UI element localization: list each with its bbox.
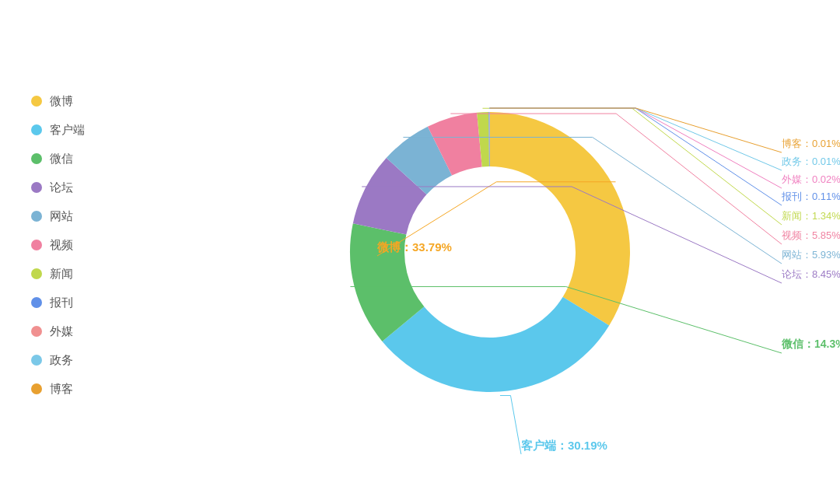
donut-svg [327, 89, 653, 415]
legend-label: 网站 [50, 209, 73, 224]
legend-label: 微博 [50, 94, 73, 109]
chart-label: 客户端：30.19% [521, 439, 607, 453]
chart-label: 博客：0.01% [782, 137, 840, 151]
chart-label: 论坛：8.45% [782, 268, 840, 282]
donut-chart: 微博：33.79%客户端：30.19%微信：14.3%论坛：8.45%网站：5.… [327, 89, 653, 415]
chart-label: 新闻：1.34% [782, 209, 840, 223]
legend-dot [31, 240, 42, 250]
legend-dot [31, 182, 42, 193]
legend-item: 客户端 [31, 123, 140, 138]
legend-label: 政务 [50, 353, 73, 368]
legend-label: 博客 [50, 382, 73, 397]
legend-dot [31, 326, 42, 337]
legend-item: 政务 [31, 353, 140, 368]
chart-label: 网站：5.93% [782, 248, 840, 262]
legend-label: 新闻 [50, 267, 73, 282]
chart-label: 视频：5.85% [782, 229, 840, 243]
legend-label: 微信 [50, 152, 73, 166]
legend-dot [31, 211, 42, 222]
chart-label: 微博：33.79% [377, 240, 452, 255]
legend: 微博 客户端 微信 论坛 网站 视频 新闻 报刊 外媒 政务 博客 [0, 94, 140, 411]
legend-label: 报刊 [50, 296, 73, 310]
legend-dot [31, 355, 42, 366]
chart-label: 报刊：0.11% [782, 190, 840, 204]
legend-item: 外媒 [31, 324, 140, 339]
legend-item: 论坛 [31, 180, 140, 195]
legend-dot [31, 383, 42, 394]
donut-segment [490, 112, 630, 325]
legend-label: 论坛 [50, 180, 73, 195]
legend-item: 微信 [31, 152, 140, 166]
legend-item: 视频 [31, 238, 140, 253]
legend-item: 微博 [31, 94, 140, 109]
legend-item: 博客 [31, 382, 140, 397]
legend-label: 外媒 [50, 324, 73, 339]
chart-label: 外媒：0.02% [782, 173, 840, 187]
legend-item: 新闻 [31, 267, 140, 282]
chart-label: 微信：14.3% [782, 338, 840, 352]
legend-dot [31, 297, 42, 308]
legend-dot [31, 153, 42, 164]
legend-item: 网站 [31, 209, 140, 224]
legend-label: 客户端 [50, 123, 85, 138]
legend-dot [31, 124, 42, 135]
main-container: 微博 客户端 微信 论坛 网站 视频 新闻 报刊 外媒 政务 博客 微 [0, 0, 840, 504]
legend-dot [31, 268, 42, 279]
legend-item: 报刊 [31, 296, 140, 310]
legend-label: 视频 [50, 238, 73, 253]
chart-area: 微博：33.79%客户端：30.19%微信：14.3%论坛：8.45%网站：5.… [140, 0, 840, 504]
legend-dot [31, 96, 42, 107]
chart-label: 政务：0.01% [782, 155, 840, 169]
